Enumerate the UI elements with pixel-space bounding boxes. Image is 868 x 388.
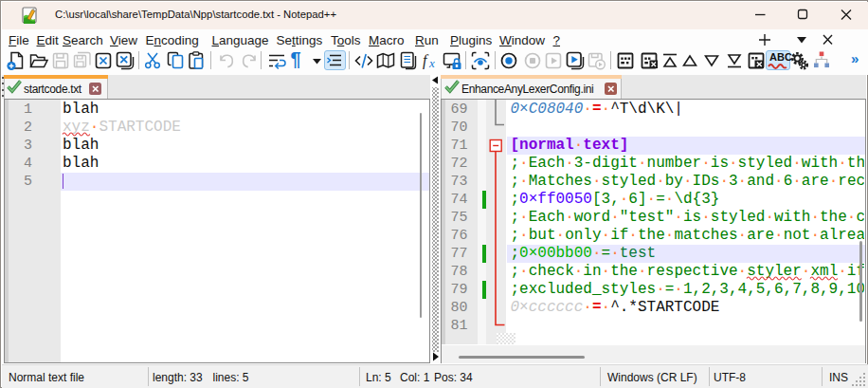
svg-text:x: x [428,56,435,70]
svg-text:f: f [423,52,429,69]
